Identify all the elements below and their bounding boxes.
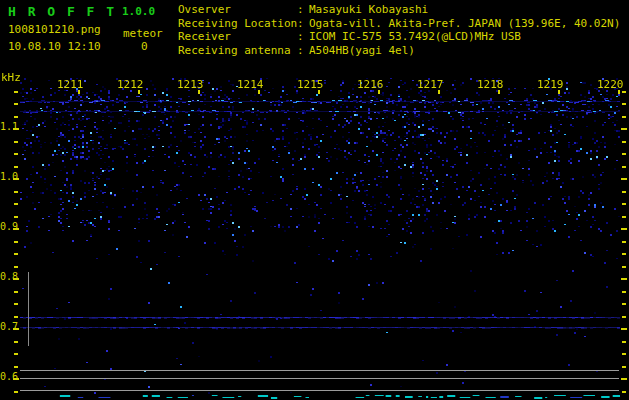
y-major-tick-right — [621, 378, 627, 380]
y-minor-tick-right — [622, 141, 626, 143]
info-separator: : — [297, 3, 309, 17]
app-version: 1.0.0 — [122, 5, 155, 18]
y-major-tick-left — [13, 378, 19, 380]
y-minor-tick-right — [622, 266, 626, 268]
info-separator: : — [297, 44, 309, 58]
spectrogram-canvas — [20, 72, 620, 400]
info-separator: : — [297, 30, 309, 44]
y-minor-tick-left — [14, 166, 18, 168]
info-value: ICOM IC-575 53.7492(@LCD)MHz USB — [309, 30, 521, 44]
y-minor-tick-left — [14, 353, 18, 355]
app-title: H R O F F T — [8, 4, 116, 19]
y-minor-tick-left — [14, 303, 18, 305]
y-minor-tick-right — [622, 353, 626, 355]
y-minor-tick-left — [14, 216, 18, 218]
y-tick-label: 0.7 — [0, 321, 13, 332]
y-minor-tick-left — [14, 366, 18, 368]
y-major-tick-left — [13, 178, 19, 180]
x-tick-mark — [138, 90, 140, 94]
y-tick-label: 0.8 — [0, 271, 13, 282]
station-info: Ovserver:Masayuki KobayashiReceiving Loc… — [178, 3, 620, 57]
y-tick-label: 1.0 — [0, 171, 13, 182]
y-tick-label: 0.6 — [0, 371, 13, 382]
y-minor-tick-right — [622, 103, 626, 105]
x-tick-mark — [378, 90, 380, 94]
y-minor-tick-right — [622, 216, 626, 218]
info-separator: : — [297, 17, 309, 31]
y-major-tick-left — [13, 228, 19, 230]
y-minor-tick-left — [14, 91, 18, 93]
y-minor-tick-left — [14, 391, 18, 393]
info-value: Masayuki Kobayashi — [309, 3, 428, 17]
y-minor-tick-right — [622, 191, 626, 193]
meteor-count: 0 — [141, 40, 148, 53]
reference-line-3 — [20, 390, 619, 391]
capture-datetime: 10.08.10 12:10 — [8, 40, 101, 53]
x-tick-mark — [78, 90, 80, 94]
hrofft-spectrogram-screenshot: H R O F F T 1.0.0 1008101210.png 10.08.1… — [0, 0, 629, 400]
info-value: A504HB(yagi 4el) — [309, 44, 415, 58]
info-label: Ovserver — [178, 3, 297, 17]
x-tick-mark — [618, 90, 620, 94]
y-minor-tick-right — [622, 366, 626, 368]
info-row: Receiver:ICOM IC-575 53.7492(@LCD)MHz US… — [178, 30, 620, 44]
y-minor-tick-right — [622, 291, 626, 293]
y-minor-tick-left — [14, 253, 18, 255]
y-minor-tick-right — [622, 303, 626, 305]
y-minor-tick-left — [14, 103, 18, 105]
y-tick-label: 0.9 — [0, 221, 13, 232]
y-minor-tick-right — [622, 116, 626, 118]
y-minor-tick-left — [14, 191, 18, 193]
y-minor-tick-left — [14, 153, 18, 155]
x-tick-mark — [498, 90, 500, 94]
y-major-tick-right — [621, 228, 627, 230]
y-minor-tick-left — [14, 203, 18, 205]
y-major-tick-right — [621, 328, 627, 330]
y-minor-tick-right — [622, 153, 626, 155]
y-major-tick-right — [621, 178, 627, 180]
y-major-tick-right — [621, 278, 627, 280]
y-minor-tick-right — [622, 316, 626, 318]
reference-line-2 — [20, 378, 619, 379]
y-minor-tick-right — [622, 253, 626, 255]
x-tick-mark — [198, 90, 200, 94]
level-indicator-bar — [28, 272, 29, 346]
y-minor-tick-right — [622, 241, 626, 243]
y-minor-tick-left — [14, 116, 18, 118]
y-major-tick-left — [13, 278, 19, 280]
info-label: Receiving antenna — [178, 44, 297, 58]
output-filename: 1008101210.png — [8, 23, 101, 36]
y-minor-tick-left — [14, 241, 18, 243]
mode-label: meteor — [123, 27, 163, 40]
x-tick-mark — [318, 90, 320, 94]
y-minor-tick-left — [14, 316, 18, 318]
info-row: Ovserver:Masayuki Kobayashi — [178, 3, 620, 17]
y-minor-tick-left — [14, 341, 18, 343]
y-major-tick-right — [621, 128, 627, 130]
y-minor-tick-right — [622, 391, 626, 393]
y-minor-tick-left — [14, 266, 18, 268]
y-minor-tick-left — [14, 291, 18, 293]
y-minor-tick-right — [622, 203, 626, 205]
x-tick-mark — [558, 90, 560, 94]
y-minor-tick-right — [622, 341, 626, 343]
y-axis-unit: kHz — [1, 71, 21, 84]
info-label: Receiving Location — [178, 17, 297, 31]
y-minor-tick-right — [622, 91, 626, 93]
info-value: Ogata-vill. Akita-Pref. JAPAN (139.96E, … — [309, 17, 620, 31]
y-major-tick-left — [13, 128, 19, 130]
reference-line-1 — [20, 370, 619, 371]
y-minor-tick-right — [622, 166, 626, 168]
y-tick-label: 1.1 — [0, 121, 13, 132]
x-tick-mark — [258, 90, 260, 94]
x-tick-mark — [438, 90, 440, 94]
y-minor-tick-left — [14, 141, 18, 143]
info-row: Receiving antenna:A504HB(yagi 4el) — [178, 44, 620, 58]
info-row: Receiving Location:Ogata-vill. Akita-Pre… — [178, 17, 620, 31]
y-major-tick-left — [13, 328, 19, 330]
info-label: Receiver — [178, 30, 297, 44]
